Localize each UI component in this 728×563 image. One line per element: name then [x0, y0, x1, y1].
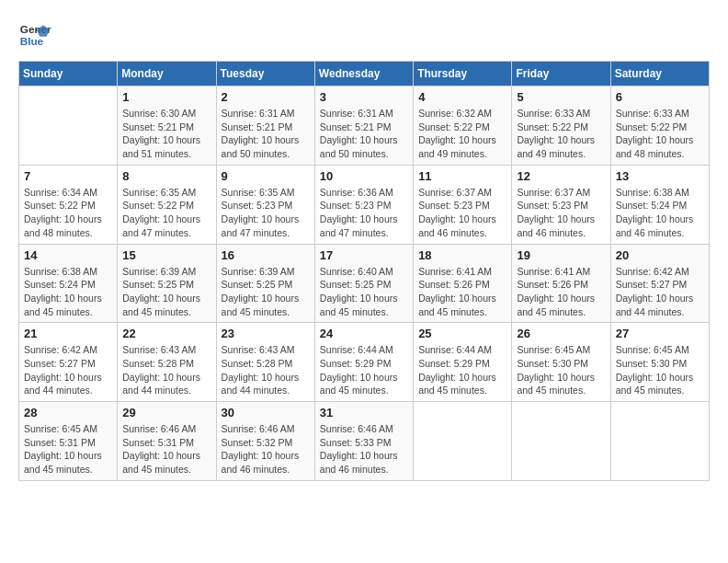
calendar-cell: 2Sunrise: 6:31 AMSunset: 5:21 PMDaylight…: [216, 86, 314, 166]
calendar-week-row: 21Sunrise: 6:42 AMSunset: 5:27 PMDayligh…: [19, 323, 710, 402]
weekday-header-row: SundayMondayTuesdayWednesdayThursdayFrid…: [19, 62, 710, 86]
day-number: 19: [517, 248, 605, 262]
day-number: 29: [122, 406, 210, 419]
day-number: 16: [222, 248, 310, 262]
day-number: 5: [517, 90, 605, 104]
calendar-cell: 1Sunrise: 6:30 AMSunset: 5:21 PMDaylight…: [118, 86, 216, 166]
day-number: 6: [616, 90, 704, 104]
day-info: Sunrise: 6:39 AMSunset: 5:25 PMDaylight:…: [222, 265, 310, 319]
day-info: Sunrise: 6:45 AMSunset: 5:30 PMDaylight:…: [616, 343, 704, 397]
weekday-header-wednesday: Wednesday: [314, 62, 413, 86]
calendar-cell: 28Sunrise: 6:45 AMSunset: 5:31 PMDayligh…: [19, 402, 118, 481]
calendar-cell: 20Sunrise: 6:42 AMSunset: 5:27 PMDayligh…: [610, 244, 709, 323]
calendar-week-row: 1Sunrise: 6:30 AMSunset: 5:21 PMDaylight…: [19, 86, 710, 166]
day-number: 31: [320, 406, 408, 419]
day-info: Sunrise: 6:36 AMSunset: 5:23 PMDaylight:…: [320, 186, 408, 240]
day-number: 21: [24, 327, 112, 340]
day-info: Sunrise: 6:46 AMSunset: 5:31 PMDaylight:…: [122, 422, 210, 477]
day-number: 3: [320, 90, 408, 104]
day-info: Sunrise: 6:45 AMSunset: 5:30 PMDaylight:…: [517, 343, 605, 397]
calendar-cell: 4Sunrise: 6:32 AMSunset: 5:22 PMDaylight…: [414, 86, 512, 166]
day-number: 15: [122, 248, 210, 262]
calendar-cell: 16Sunrise: 6:39 AMSunset: 5:25 PMDayligh…: [216, 244, 314, 323]
calendar-cell: 24Sunrise: 6:44 AMSunset: 5:29 PMDayligh…: [314, 323, 413, 402]
calendar-cell: 25Sunrise: 6:44 AMSunset: 5:29 PMDayligh…: [414, 323, 512, 402]
calendar-cell: 12Sunrise: 6:37 AMSunset: 5:23 PMDayligh…: [512, 165, 610, 244]
weekday-header-sunday: Sunday: [19, 62, 118, 86]
day-info: Sunrise: 6:39 AMSunset: 5:25 PMDaylight:…: [122, 265, 210, 319]
day-info: Sunrise: 6:37 AMSunset: 5:23 PMDaylight:…: [418, 186, 506, 240]
day-number: 2: [222, 90, 310, 104]
day-info: Sunrise: 6:45 AMSunset: 5:31 PMDaylight:…: [24, 422, 112, 477]
day-info: Sunrise: 6:34 AMSunset: 5:22 PMDaylight:…: [24, 186, 112, 240]
day-info: Sunrise: 6:31 AMSunset: 5:21 PMDaylight:…: [222, 107, 310, 161]
day-number: 12: [517, 169, 605, 183]
day-info: Sunrise: 6:42 AMSunset: 5:27 PMDaylight:…: [24, 343, 112, 397]
day-info: Sunrise: 6:32 AMSunset: 5:22 PMDaylight:…: [418, 107, 506, 161]
day-number: 8: [122, 169, 210, 183]
weekday-header-friday: Friday: [512, 62, 610, 86]
calendar-cell: 5Sunrise: 6:33 AMSunset: 5:22 PMDaylight…: [512, 86, 610, 166]
weekday-header-saturday: Saturday: [610, 62, 709, 86]
weekday-header-tuesday: Tuesday: [216, 62, 314, 86]
calendar-cell: 29Sunrise: 6:46 AMSunset: 5:31 PMDayligh…: [118, 402, 216, 481]
day-info: Sunrise: 6:37 AMSunset: 5:23 PMDaylight:…: [517, 186, 605, 240]
day-info: Sunrise: 6:33 AMSunset: 5:22 PMDaylight:…: [517, 107, 605, 161]
calendar-cell: [19, 86, 118, 166]
day-info: Sunrise: 6:44 AMSunset: 5:29 PMDaylight:…: [320, 343, 408, 397]
logo: General Blue: [18, 18, 51, 52]
calendar-cell: 6Sunrise: 6:33 AMSunset: 5:22 PMDaylight…: [610, 86, 709, 166]
calendar-cell: 10Sunrise: 6:36 AMSunset: 5:23 PMDayligh…: [314, 165, 413, 244]
day-info: Sunrise: 6:38 AMSunset: 5:24 PMDaylight:…: [24, 265, 112, 319]
calendar-cell: 8Sunrise: 6:35 AMSunset: 5:22 PMDaylight…: [118, 165, 216, 244]
day-info: Sunrise: 6:35 AMSunset: 5:22 PMDaylight:…: [122, 186, 210, 240]
calendar-cell: 7Sunrise: 6:34 AMSunset: 5:22 PMDaylight…: [19, 165, 118, 244]
calendar-cell: 15Sunrise: 6:39 AMSunset: 5:25 PMDayligh…: [118, 244, 216, 323]
calendar-cell: 3Sunrise: 6:31 AMSunset: 5:21 PMDaylight…: [314, 86, 413, 166]
day-number: 17: [320, 248, 408, 262]
day-number: 14: [24, 248, 112, 262]
day-number: 22: [122, 327, 210, 340]
day-number: 10: [320, 169, 408, 183]
page-header: General Blue: [18, 18, 710, 52]
day-number: 25: [418, 327, 506, 340]
logo-icon: General Blue: [18, 18, 51, 52]
day-number: 7: [24, 169, 112, 183]
day-number: 9: [222, 169, 310, 183]
day-number: 4: [418, 90, 506, 104]
day-info: Sunrise: 6:42 AMSunset: 5:27 PMDaylight:…: [616, 265, 704, 319]
calendar-cell: 22Sunrise: 6:43 AMSunset: 5:28 PMDayligh…: [118, 323, 216, 402]
calendar-cell: [512, 402, 610, 481]
calendar-cell: 13Sunrise: 6:38 AMSunset: 5:24 PMDayligh…: [610, 165, 709, 244]
weekday-header-monday: Monday: [118, 62, 216, 86]
day-info: Sunrise: 6:38 AMSunset: 5:24 PMDaylight:…: [616, 186, 704, 240]
day-number: 26: [517, 327, 605, 340]
day-info: Sunrise: 6:41 AMSunset: 5:26 PMDaylight:…: [418, 265, 506, 319]
day-number: 24: [320, 327, 408, 340]
calendar-cell: 31Sunrise: 6:46 AMSunset: 5:33 PMDayligh…: [314, 402, 413, 481]
day-info: Sunrise: 6:46 AMSunset: 5:32 PMDaylight:…: [222, 422, 310, 477]
calendar-cell: 14Sunrise: 6:38 AMSunset: 5:24 PMDayligh…: [19, 244, 118, 323]
calendar-cell: 9Sunrise: 6:35 AMSunset: 5:23 PMDaylight…: [216, 165, 314, 244]
day-info: Sunrise: 6:31 AMSunset: 5:21 PMDaylight:…: [320, 107, 408, 161]
day-number: 27: [616, 327, 704, 340]
calendar-cell: 17Sunrise: 6:40 AMSunset: 5:25 PMDayligh…: [314, 244, 413, 323]
day-info: Sunrise: 6:35 AMSunset: 5:23 PMDaylight:…: [222, 186, 310, 240]
calendar-table: SundayMondayTuesdayWednesdayThursdayFrid…: [18, 61, 710, 481]
day-info: Sunrise: 6:30 AMSunset: 5:21 PMDaylight:…: [122, 107, 210, 161]
calendar-cell: [610, 402, 709, 481]
calendar-cell: 27Sunrise: 6:45 AMSunset: 5:30 PMDayligh…: [610, 323, 709, 402]
calendar-cell: 11Sunrise: 6:37 AMSunset: 5:23 PMDayligh…: [414, 165, 512, 244]
day-number: 20: [616, 248, 704, 262]
day-number: 30: [222, 406, 310, 419]
day-info: Sunrise: 6:40 AMSunset: 5:25 PMDaylight:…: [320, 265, 408, 319]
day-info: Sunrise: 6:33 AMSunset: 5:22 PMDaylight:…: [616, 107, 704, 161]
calendar-week-row: 28Sunrise: 6:45 AMSunset: 5:31 PMDayligh…: [19, 402, 710, 481]
calendar-cell: 21Sunrise: 6:42 AMSunset: 5:27 PMDayligh…: [19, 323, 118, 402]
calendar-cell: 30Sunrise: 6:46 AMSunset: 5:32 PMDayligh…: [216, 402, 314, 481]
day-info: Sunrise: 6:43 AMSunset: 5:28 PMDaylight:…: [122, 343, 210, 397]
day-info: Sunrise: 6:46 AMSunset: 5:33 PMDaylight:…: [320, 422, 408, 477]
calendar-cell: 26Sunrise: 6:45 AMSunset: 5:30 PMDayligh…: [512, 323, 610, 402]
day-number: 1: [122, 90, 210, 104]
day-number: 28: [24, 406, 112, 419]
